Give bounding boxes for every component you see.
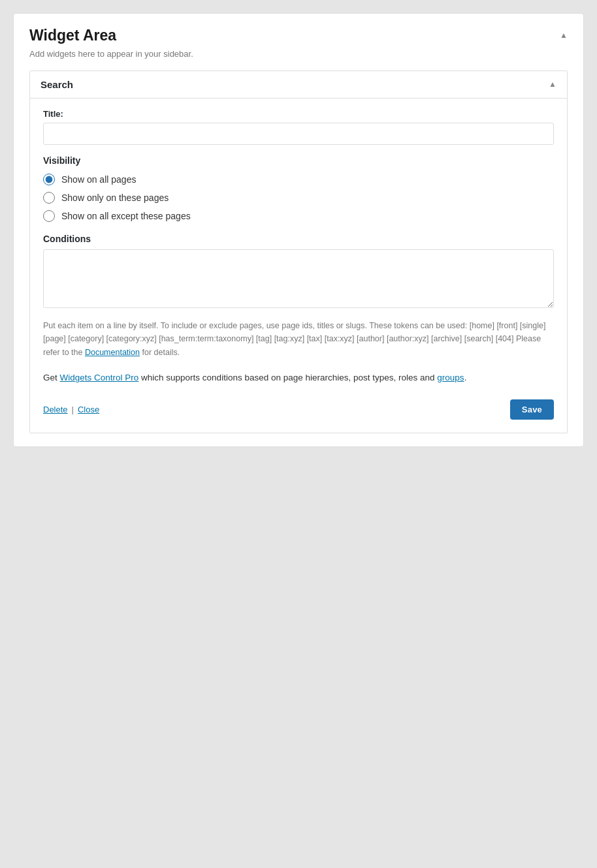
conditions-label: Conditions (43, 234, 554, 244)
search-widget-header[interactable]: Search ▲ (30, 71, 567, 99)
footer-separator: | (72, 405, 74, 414)
radio-item-all[interactable]: Show on all pages (43, 174, 554, 185)
widgets-control-pro-link[interactable]: Widgets Control Pro (60, 373, 139, 382)
promo-text: Get Widgets Control Pro which supports c… (43, 371, 554, 385)
radio-only-pages[interactable] (43, 192, 55, 204)
title-input[interactable] (43, 123, 554, 145)
documentation-link[interactable]: Documentation (85, 348, 140, 357)
radio-all-pages[interactable] (43, 174, 55, 185)
help-text-suffix: for details. (140, 348, 180, 357)
delete-link[interactable]: Delete (43, 405, 68, 414)
search-widget-box: Search ▲ Title: Visibility Show on all p… (29, 70, 568, 433)
promo-prefix: Get (43, 373, 60, 382)
groups-link[interactable]: groups (437, 373, 464, 382)
promo-end: . (464, 373, 467, 382)
widget-area-header: Widget Area ▲ (29, 27, 568, 45)
radio-all-pages-label: Show on all pages (61, 174, 136, 185)
promo-suffix: which supports conditions based on page … (138, 373, 437, 382)
widget-area-title: Widget Area (29, 27, 116, 45)
visibility-radio-group: Show on all pages Show only on these pag… (43, 174, 554, 222)
help-text: Put each item on a line by itself. To in… (43, 319, 554, 360)
widget-area-description: Add widgets here to appear in your sideb… (29, 49, 568, 59)
radio-except-pages-label: Show on all except these pages (61, 211, 191, 221)
collapse-search-icon[interactable]: ▲ (549, 80, 557, 89)
footer-links: Delete | Close (43, 405, 99, 414)
visibility-label: Visibility (43, 155, 554, 166)
collapse-top-icon[interactable]: ▲ (560, 31, 568, 40)
search-widget-label: Search (40, 79, 73, 90)
radio-except-pages[interactable] (43, 210, 55, 222)
save-button[interactable]: Save (510, 399, 554, 420)
widget-area-panel: Widget Area ▲ Add widgets here to appear… (13, 13, 584, 447)
radio-item-only[interactable]: Show only on these pages (43, 192, 554, 204)
footer-actions: Delete | Close Save (43, 397, 554, 420)
search-widget-body: Title: Visibility Show on all pages Show… (30, 99, 567, 433)
radio-only-pages-label: Show only on these pages (61, 193, 169, 203)
conditions-textarea[interactable] (43, 249, 554, 308)
close-link[interactable]: Close (78, 405, 99, 414)
radio-item-except[interactable]: Show on all except these pages (43, 210, 554, 222)
title-label: Title: (43, 109, 554, 119)
